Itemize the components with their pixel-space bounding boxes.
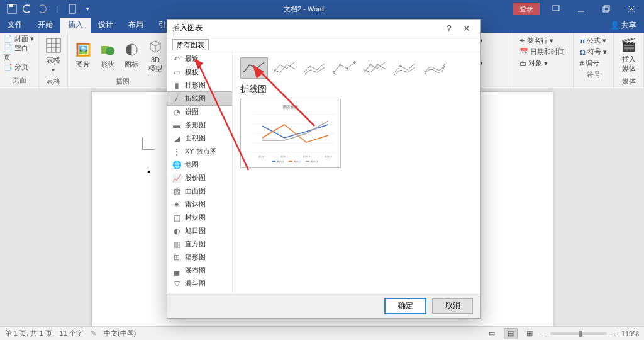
chart-category-1[interactable]: ▭模板 bbox=[167, 65, 232, 79]
chart-category-17[interactable]: ▽漏斗图 bbox=[167, 277, 232, 290]
svg-text:类别 3: 类别 3 bbox=[303, 155, 310, 158]
symbol-button[interactable]: Ω 符号 ▾ bbox=[577, 47, 609, 57]
chart-category-13[interactable]: ◐旭日图 bbox=[167, 224, 232, 237]
minimize-icon[interactable] bbox=[569, 0, 594, 18]
restore-icon[interactable] bbox=[594, 0, 619, 18]
status-words[interactable]: 11 个字 bbox=[60, 329, 83, 338]
zoom-out-icon[interactable]: − bbox=[541, 330, 545, 337]
category-icon: ◢ bbox=[172, 134, 181, 143]
icons-button[interactable]: 图标 bbox=[121, 34, 142, 76]
chart-subtype-0[interactable] bbox=[240, 57, 268, 79]
preview-heading: 折线图 bbox=[240, 84, 473, 95]
datetime-button[interactable]: 📅 日期和时间 bbox=[517, 47, 569, 57]
zoom-slider[interactable] bbox=[550, 332, 607, 335]
svg-rect-2 bbox=[69, 4, 75, 13]
chart-category-10[interactable]: ▧曲面图 bbox=[167, 184, 232, 198]
page-break-button[interactable]: 📑 分页 bbox=[4, 62, 28, 72]
qat-sep: | bbox=[50, 2, 64, 16]
chart-category-8[interactable]: 🌐地图 bbox=[167, 158, 232, 171]
chart-category-5[interactable]: ▬条形图 bbox=[167, 118, 232, 132]
chart-category-6[interactable]: ◢面积图 bbox=[167, 132, 232, 145]
media-button[interactable]: 🎬插入 媒体 bbox=[618, 34, 640, 76]
3d-models-button[interactable]: 3D 模型 bbox=[145, 34, 166, 76]
chart-subtype-3[interactable] bbox=[331, 57, 358, 79]
chart-category-16[interactable]: ▄瀑布图 bbox=[167, 264, 232, 277]
status-proof-icon[interactable]: ✎ bbox=[91, 329, 96, 337]
tab-home[interactable]: 开始 bbox=[30, 18, 60, 33]
shapes-button[interactable]: 形状 bbox=[97, 34, 118, 76]
tab-design[interactable]: 设计 bbox=[91, 18, 121, 33]
view-read-icon[interactable]: ▭ bbox=[485, 328, 499, 339]
zoom-in-icon[interactable]: + bbox=[612, 330, 616, 337]
touch-icon[interactable] bbox=[65, 2, 79, 16]
chart-category-14[interactable]: ▥直方图 bbox=[167, 237, 232, 251]
insert-chart-dialog: 插入图表 ? ✕ 所有图表 ↶最近▭模板▮柱形图〳折线图◔饼图▬条形图◢面积图⋮… bbox=[167, 19, 481, 319]
dialog-close-icon[interactable]: ✕ bbox=[458, 21, 475, 36]
chart-subtype-4[interactable] bbox=[361, 57, 389, 79]
chart-category-0[interactable]: ↶最近 bbox=[167, 52, 232, 65]
chart-category-7[interactable]: ⋮XY 散点图 bbox=[167, 145, 232, 158]
object-button[interactable]: 🗀 对象 ▾ bbox=[517, 58, 569, 69]
status-lang[interactable]: 中文(中国) bbox=[104, 329, 136, 338]
category-icon: ↶ bbox=[172, 55, 181, 64]
group-label-illust: 插图 bbox=[72, 76, 174, 88]
status-page[interactable]: 第 1 页, 共 1 页 bbox=[5, 329, 52, 338]
signature-button[interactable]: ✒ 签名行 ▾ bbox=[517, 35, 569, 46]
chart-category-list: ↶最近▭模板▮柱形图〳折线图◔饼图▬条形图◢面积图⋮XY 散点图🌐地图📈股价图▧… bbox=[167, 52, 233, 293]
redo-icon[interactable] bbox=[35, 2, 49, 16]
all-charts-tab[interactable]: 所有图表 bbox=[172, 39, 209, 51]
chart-category-15[interactable]: ⊞箱形图 bbox=[167, 251, 232, 264]
chart-subtype-5[interactable] bbox=[391, 57, 419, 79]
ok-button[interactable]: 确定 bbox=[385, 298, 426, 314]
category-icon: ⋮ bbox=[172, 147, 181, 156]
equation-button[interactable]: π 公式 ▾ bbox=[577, 35, 609, 46]
svg-point-15 bbox=[106, 47, 114, 55]
zoom-level[interactable]: 119% bbox=[621, 330, 639, 337]
close-icon[interactable] bbox=[619, 0, 644, 18]
category-icon: ▄ bbox=[172, 266, 181, 275]
category-icon: ▥ bbox=[172, 240, 181, 249]
chart-category-9[interactable]: 📈股价图 bbox=[167, 171, 232, 184]
chart-category-4[interactable]: ◔饼图 bbox=[167, 105, 232, 118]
category-icon: ◫ bbox=[172, 213, 181, 222]
ribbon-display-icon[interactable] bbox=[543, 0, 569, 18]
svg-rect-32 bbox=[272, 161, 275, 162]
tab-layout[interactable]: 布局 bbox=[121, 18, 151, 33]
margin-corner-icon bbox=[142, 137, 155, 150]
svg-rect-1 bbox=[9, 4, 13, 7]
table-button[interactable]: 表格▾ bbox=[43, 34, 64, 76]
blank-page-button[interactable]: 📄 空白页 bbox=[4, 43, 35, 62]
tab-insert[interactable]: 插入 bbox=[60, 18, 91, 33]
view-print-icon[interactable]: ▤ bbox=[504, 328, 518, 339]
category-icon: ▬ bbox=[172, 121, 181, 130]
category-icon: 🌐 bbox=[172, 161, 181, 169]
svg-text:系列 1: 系列 1 bbox=[277, 160, 284, 163]
svg-rect-36 bbox=[306, 161, 309, 162]
view-web-icon[interactable]: ▦ bbox=[523, 328, 536, 339]
share-button[interactable]: 👤共享 bbox=[602, 18, 644, 33]
chart-subtype-2[interactable] bbox=[301, 57, 328, 79]
chart-subtype-1[interactable] bbox=[270, 57, 298, 79]
svg-rect-6 bbox=[604, 6, 609, 11]
undo-icon[interactable] bbox=[20, 2, 34, 16]
chart-category-12[interactable]: ◫树状图 bbox=[167, 211, 232, 224]
chart-category-3[interactable]: 〳折线图 bbox=[167, 92, 232, 105]
pictures-button[interactable]: 🖼️图片 bbox=[72, 34, 94, 76]
category-icon: 📈 bbox=[172, 174, 181, 183]
category-icon: ⊞ bbox=[172, 253, 181, 262]
chart-preview-box[interactable]: 图表标题 类别 1 类别 2 类别 3 类别 4 系列 1 系 bbox=[240, 99, 341, 168]
cancel-button[interactable]: 取消 bbox=[432, 298, 473, 314]
cover-page-button[interactable]: 📄 封面 ▾ bbox=[4, 34, 34, 43]
tab-file[interactable]: 文件 bbox=[0, 18, 30, 33]
dialog-help-icon[interactable]: ? bbox=[440, 21, 458, 36]
chart-subtype-6[interactable] bbox=[421, 57, 449, 79]
save-icon[interactable] bbox=[5, 2, 19, 16]
number-button[interactable]: # 编号 bbox=[577, 58, 609, 69]
svg-text:系列 3: 系列 3 bbox=[311, 160, 318, 163]
chart-category-11[interactable]: ✷雷达图 bbox=[167, 198, 232, 211]
dialog-title: 插入图表 bbox=[172, 23, 440, 33]
login-button[interactable]: 登录 bbox=[513, 3, 540, 15]
qat-more-icon[interactable]: ▾ bbox=[80, 2, 94, 16]
group-label-symbols: 符号 bbox=[577, 69, 609, 81]
chart-category-2[interactable]: ▮柱形图 bbox=[167, 79, 232, 92]
